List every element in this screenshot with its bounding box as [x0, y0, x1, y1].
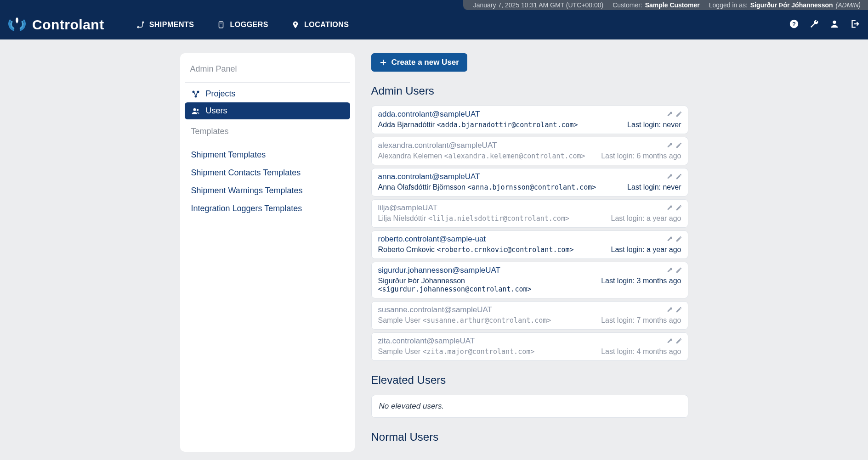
- user-fullname: Anna Ólafsdóttir Björnsson <anna.bjornss…: [378, 183, 596, 191]
- user-login: sigurdur.johannesson@sampleUAT: [378, 266, 681, 275]
- edit-user-button[interactable]: [675, 173, 682, 182]
- user-row-detail: Sample User <zita.major@controlant.com>L…: [378, 348, 681, 356]
- user-card[interactable]: anna.controlant@sampleUATAnna Ólafsdótti…: [371, 168, 688, 196]
- svg-point-11: [194, 95, 197, 97]
- user-card-actions: [666, 236, 682, 244]
- nav-shipments[interactable]: SHIPMENTS: [136, 21, 194, 29]
- admin-users-heading: Admin Users: [371, 84, 688, 97]
- user-name-text: Lilja Níelsdóttir: [378, 214, 426, 222]
- logged-label: Logged in as:: [709, 1, 748, 9]
- user-login: susanne.controlant@sampleUAT: [378, 305, 681, 314]
- reset-key-button[interactable]: [666, 306, 673, 315]
- key-icon: [666, 267, 673, 274]
- device-icon: [217, 21, 225, 29]
- status-bar: January 7, 2025 10:31 AM GMT (UTC+00:00)…: [463, 0, 868, 10]
- user-row-detail: Lilja Níelsdóttir <lilja.nielsdottir@con…: [378, 214, 681, 223]
- user-card[interactable]: adda.controlant@sampleUATAdda Bjarnadótt…: [371, 106, 688, 134]
- reset-key-button[interactable]: [666, 142, 673, 151]
- help-button[interactable]: ?: [789, 19, 799, 31]
- user-card[interactable]: zita.controlant@sampleUATSample User <zi…: [371, 332, 688, 361]
- svg-point-3: [142, 22, 143, 23]
- user-name-text: Adda Bjarnadóttir: [378, 121, 435, 129]
- divider: [185, 82, 350, 83]
- svg-rect-4: [219, 22, 223, 28]
- user-name-text: Sigurður Þór Jóhannesson: [378, 277, 465, 285]
- person-icon: [829, 19, 840, 29]
- users-icon: [191, 107, 200, 116]
- user-card[interactable]: alexandra.controlant@sampleUATAlexandra …: [371, 137, 688, 165]
- logout-button[interactable]: [850, 19, 860, 31]
- svg-point-13: [197, 109, 199, 111]
- last-login-prefix: Last login:: [601, 277, 636, 285]
- nav-loggers[interactable]: LOGGERS: [217, 21, 268, 29]
- last-login-value: 7 months ago: [637, 316, 681, 324]
- reset-key-button[interactable]: [666, 204, 673, 213]
- user-email: <zita.major@controlant.com>: [422, 348, 534, 356]
- user-row-detail: Adda Bjarnadóttir <adda.bjarnadottir@con…: [378, 121, 681, 129]
- brand[interactable]: Controlant: [8, 16, 104, 34]
- logged-role: (ADMIN): [836, 1, 861, 9]
- edit-user-button[interactable]: [675, 111, 682, 119]
- svg-point-2: [137, 27, 139, 28]
- user-email: <lilja.nielsdottir@controlant.com>: [428, 214, 569, 223]
- reset-key-button[interactable]: [666, 267, 673, 275]
- customer-label: Customer:: [613, 1, 642, 9]
- user-login: adda.controlant@sampleUAT: [378, 110, 681, 119]
- nav-loggers-label: LOGGERS: [230, 21, 268, 29]
- user-fullname: Adda Bjarnadóttir <adda.bjarnadottir@con…: [378, 121, 578, 129]
- edit-user-button[interactable]: [675, 142, 682, 151]
- sidebar-item-shipment-templates[interactable]: Shipment Templates: [185, 146, 350, 164]
- logout-icon: [850, 19, 860, 29]
- user-card[interactable]: roberto.controlant@sample-uatRoberto Crn…: [371, 230, 688, 259]
- edit-user-button[interactable]: [675, 236, 682, 244]
- reset-key-button[interactable]: [666, 236, 673, 244]
- user-email: <sigurdur.johannesson@controlant.com>: [378, 285, 532, 293]
- sidebar-item-shipment-warnings[interactable]: Shipment Warnings Templates: [185, 182, 350, 200]
- user-card[interactable]: sigurdur.johannesson@sampleUATSigurður Þ…: [371, 262, 688, 298]
- user-card-actions: [666, 111, 682, 119]
- tools-button[interactable]: [809, 19, 819, 31]
- user-row-detail: Alexandra Kelemen <alexandra.kelemen@con…: [378, 152, 681, 160]
- user-row-detail: Anna Ólafsdóttir Björnsson <anna.bjornss…: [378, 183, 681, 191]
- user-email: <roberto.crnkovic@controlant.com>: [437, 246, 574, 254]
- user-name-text: Anna Ólafsdóttir Björnsson: [378, 183, 465, 191]
- user-card-actions: [666, 173, 682, 182]
- user-card[interactable]: susanne.controlant@sampleUATSample User …: [371, 301, 688, 330]
- user-login: roberto.controlant@sample-uat: [378, 235, 681, 244]
- brand-text: Controlant: [32, 17, 104, 33]
- reset-key-button[interactable]: [666, 111, 673, 119]
- reset-key-button[interactable]: [666, 337, 673, 346]
- create-user-label: Create a new User: [391, 58, 459, 67]
- divider: [185, 143, 350, 143]
- last-login-value: a year ago: [647, 214, 681, 222]
- sidebar-title: Admin Panel: [185, 62, 350, 80]
- edit-user-button[interactable]: [675, 267, 682, 275]
- sidebar-item-integration-loggers[interactable]: Integration Loggers Templates: [185, 200, 350, 218]
- plus-icon: [380, 59, 387, 66]
- edit-user-button[interactable]: [675, 306, 682, 315]
- location-icon: [291, 21, 300, 29]
- user-name-text: Roberto Crnkovic: [378, 246, 435, 253]
- pencil-icon: [675, 337, 682, 344]
- pencil-icon: [675, 267, 682, 274]
- nav-locations[interactable]: LOCATIONS: [291, 21, 349, 29]
- user-card-actions: [666, 142, 682, 151]
- user-last-login: Last login: never: [627, 121, 681, 129]
- user-fullname: Lilja Níelsdóttir <lilja.nielsdottir@con…: [378, 214, 569, 223]
- sidebar-item-label: Projects: [206, 89, 236, 99]
- last-login-prefix: Last login:: [611, 214, 647, 222]
- sidebar-item-users[interactable]: Users: [185, 102, 350, 119]
- svg-point-8: [833, 21, 836, 24]
- edit-user-button[interactable]: [675, 337, 682, 346]
- reset-key-button[interactable]: [666, 173, 673, 182]
- sidebar-item-projects[interactable]: Projects: [185, 85, 350, 102]
- profile-button[interactable]: [829, 19, 840, 31]
- sidebar-item-shipment-contacts[interactable]: Shipment Contacts Templates: [185, 164, 350, 182]
- last-login-prefix: Last login:: [627, 121, 663, 129]
- user-email: <adda.bjarnadottir@controlant.com>: [437, 121, 578, 129]
- edit-user-button[interactable]: [675, 204, 682, 213]
- user-fullname: Sigurður Þór Jóhannesson <sigurdur.johan…: [378, 277, 601, 293]
- user-row-detail: Sample User <susanne.arthur@controlant.c…: [378, 316, 681, 325]
- user-card[interactable]: lilja@sampleUATLilja Níelsdóttir <lilja.…: [371, 199, 688, 228]
- create-user-button[interactable]: Create a new User: [371, 53, 467, 72]
